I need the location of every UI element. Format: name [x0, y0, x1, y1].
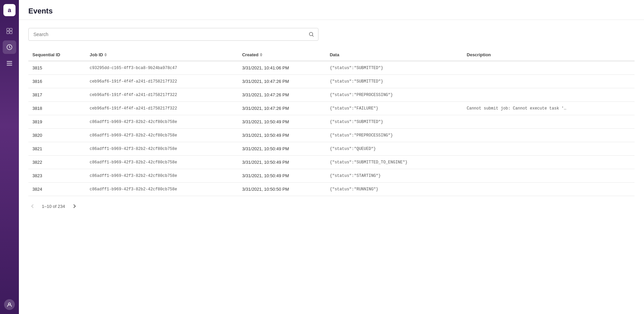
table-row[interactable]: 3823c86adff1-b969-42f3-82b2-42cf80cb758e…: [28, 169, 635, 183]
search-input[interactable]: [29, 28, 305, 40]
table-row[interactable]: 3819c86adff1-b969-42f3-82b2-42cf80cb758e…: [28, 115, 635, 129]
col-description: Description: [463, 49, 635, 61]
cell-row6-col4: [463, 142, 635, 156]
cell-row8-col3: {"status":"STARTING"}: [326, 169, 463, 183]
cell-row4-col3: {"status":"SUBMITTED"}: [326, 115, 463, 129]
table-row[interactable]: 3822c86adff1-b969-42f3-82b2-42cf80cb758e…: [28, 156, 635, 169]
cell-row3-col2: 3/31/2021, 10:47:26 PM: [238, 102, 326, 115]
pagination: 1–10 of 234: [28, 196, 635, 211]
search-button[interactable]: [305, 29, 318, 40]
cell-row8-col1: c86adff1-b969-42f3-82b2-42cf80cb758e: [86, 169, 238, 183]
cell-row8-col0: 3823: [28, 169, 86, 183]
cell-row1-col4: [463, 75, 635, 88]
sidebar-item-grid[interactable]: [3, 24, 16, 38]
cell-row8-col4: [463, 169, 635, 183]
search-container: [28, 28, 318, 41]
cell-row0-col4: [463, 61, 635, 75]
svg-rect-3: [10, 31, 12, 34]
cell-row2-col4: [463, 88, 635, 102]
cell-row7-col4: [463, 156, 635, 169]
grid-icon: [6, 28, 12, 34]
sidebar-nav: [3, 24, 16, 299]
cell-row6-col3: {"status":"QUEUED"}: [326, 142, 463, 156]
svg-point-8: [8, 303, 10, 305]
cell-row5-col0: 3820: [28, 129, 86, 142]
cell-row1-col2: 3/31/2021, 10:47:26 PM: [238, 75, 326, 88]
cell-row7-col3: {"status":"SUBMITTED_TO_ENGINE"}: [326, 156, 463, 169]
sidebar: a: [0, 0, 19, 314]
cell-row6-col0: 3821: [28, 142, 86, 156]
page-title: Events: [28, 7, 635, 15]
cell-row2-col1: ceb96af6-191f-4f4f-a241-d1758217f322: [86, 88, 238, 102]
cell-row0-col2: 3/31/2021, 10:41:06 PM: [238, 61, 326, 75]
app-logo[interactable]: a: [3, 4, 16, 16]
cell-row6-col1: c86adff1-b969-42f3-82b2-42cf80cb758e: [86, 142, 238, 156]
events-table: Sequential ID Job ID: [28, 49, 635, 196]
cell-row9-col3: {"status":"RUNNING"}: [326, 183, 463, 196]
cell-row5-col3: {"status":"PREPROCESSING"}: [326, 129, 463, 142]
table-row[interactable]: 3820c86adff1-b969-42f3-82b2-42cf80cb758e…: [28, 129, 635, 142]
table-row[interactable]: 3818ceb96af6-191f-4f4f-a241-d1758217f322…: [28, 102, 635, 115]
chevron-right-icon: [72, 204, 76, 208]
cell-row6-col2: 3/31/2021, 10:50:49 PM: [238, 142, 326, 156]
list-icon: [6, 60, 12, 66]
cell-row0-col1: c93295dd-c165-4ff3-bca8-9b24ba978c47: [86, 61, 238, 75]
cell-row7-col0: 3822: [28, 156, 86, 169]
created-sort-icon: [260, 53, 262, 57]
table-row[interactable]: 3815c93295dd-c165-4ff3-bca8-9b24ba978c47…: [28, 61, 635, 75]
cell-row2-col0: 3817: [28, 88, 86, 102]
avatar-icon: [7, 302, 12, 307]
sidebar-item-list[interactable]: [3, 57, 16, 70]
content-area: Sequential ID Job ID: [19, 20, 644, 314]
prev-page-button[interactable]: [28, 201, 38, 211]
table-row[interactable]: 3821c86adff1-b969-42f3-82b2-42cf80cb758e…: [28, 142, 635, 156]
pagination-range: 1–10 of 234: [42, 204, 65, 209]
user-avatar[interactable]: [4, 299, 15, 310]
table-row[interactable]: 3817ceb96af6-191f-4f4f-a241-d1758217f322…: [28, 88, 635, 102]
events-table-container: Sequential ID Job ID: [28, 49, 635, 196]
cell-row3-col3: {"status":"FAILURE"}: [326, 102, 463, 115]
cell-row1-col0: 3816: [28, 75, 86, 88]
table-row[interactable]: 3816ceb96af6-191f-4f4f-a241-d1758217f322…: [28, 75, 635, 88]
cell-row9-col1: c86adff1-b969-42f3-82b2-42cf80cb758e: [86, 183, 238, 196]
svg-rect-7: [7, 65, 12, 66]
cell-row4-col1: c86adff1-b969-42f3-82b2-42cf80cb758e: [86, 115, 238, 129]
cell-row5-col4: [463, 129, 635, 142]
col-seq-id: Sequential ID: [28, 49, 86, 61]
job-id-sort-icon: [104, 53, 107, 57]
cell-row3-col1: ceb96af6-191f-4f4f-a241-d1758217f322: [86, 102, 238, 115]
sidebar-item-clock[interactable]: [3, 40, 16, 54]
clock-icon: [6, 44, 12, 50]
cell-row9-col0: 3824: [28, 183, 86, 196]
header-row: Sequential ID Job ID: [28, 49, 635, 61]
svg-rect-6: [7, 63, 12, 64]
page-header: Events: [19, 0, 644, 20]
search-input-wrap: [28, 28, 318, 41]
cell-row1-col1: ceb96af6-191f-4f4f-a241-d1758217f322: [86, 75, 238, 88]
cell-row4-col4: [463, 115, 635, 129]
col-data: Data: [326, 49, 463, 61]
cell-row5-col1: c86adff1-b969-42f3-82b2-42cf80cb758e: [86, 129, 238, 142]
col-created[interactable]: Created: [238, 49, 326, 61]
svg-rect-2: [7, 31, 9, 34]
cell-row2-col3: {"status":"PREPROCESSING"}: [326, 88, 463, 102]
cell-row1-col3: {"status":"SUBMITTED"}: [326, 75, 463, 88]
cell-row7-col1: c86adff1-b969-42f3-82b2-42cf80cb758e: [86, 156, 238, 169]
cell-row0-col3: {"status":"SUBMITTED"}: [326, 61, 463, 75]
cell-row7-col2: 3/31/2021, 10:50:49 PM: [238, 156, 326, 169]
cell-row3-col4: Cannot submit job: Cannot execute task '…: [463, 102, 635, 115]
cell-row9-col4: [463, 183, 635, 196]
cell-row2-col2: 3/31/2021, 10:47:26 PM: [238, 88, 326, 102]
col-job-id[interactable]: Job ID: [86, 49, 238, 61]
table-body: 3815c93295dd-c165-4ff3-bca8-9b24ba978c47…: [28, 61, 635, 196]
svg-rect-0: [7, 28, 9, 31]
next-page-button[interactable]: [69, 201, 79, 211]
search-icon: [309, 32, 314, 37]
cell-row9-col2: 3/31/2021, 10:50:50 PM: [238, 183, 326, 196]
main-content: Events Sequential ID: [19, 0, 644, 314]
table-row[interactable]: 3824c86adff1-b969-42f3-82b2-42cf80cb758e…: [28, 183, 635, 196]
cell-row0-col0: 3815: [28, 61, 86, 75]
cell-row4-col0: 3819: [28, 115, 86, 129]
cell-row8-col2: 3/31/2021, 10:50:49 PM: [238, 169, 326, 183]
table-header: Sequential ID Job ID: [28, 49, 635, 61]
